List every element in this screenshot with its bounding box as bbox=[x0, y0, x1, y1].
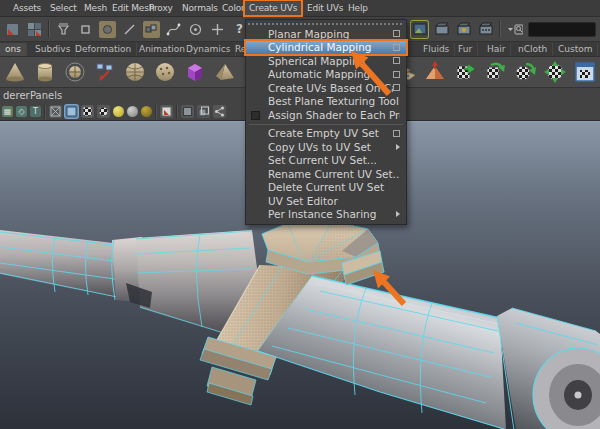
menu-item-delete-current-uv-set[interactable]: Delete Current UV Set bbox=[246, 181, 406, 195]
poly-cone-icon[interactable] bbox=[2, 59, 28, 85]
scene-icon[interactable] bbox=[4, 21, 21, 38]
tab-dynamics[interactable]: Dynamics bbox=[181, 43, 236, 56]
menu-edit-uvs[interactable]: Edit UVs bbox=[303, 1, 347, 15]
menu-item-planar-mapping[interactable]: Planar Mapping bbox=[246, 27, 406, 41]
menu-select[interactable]: Select bbox=[46, 1, 81, 15]
textured-cube-icon[interactable] bbox=[81, 105, 94, 118]
menu-bar: Assets Select Mesh Edit Mesh Proxy Norma… bbox=[0, 0, 600, 17]
separator bbox=[155, 105, 157, 119]
separator bbox=[499, 20, 501, 38]
separator bbox=[48, 20, 50, 38]
planar-mapping-icon[interactable] bbox=[452, 59, 478, 85]
panel-menu-renderer[interactable]: derer bbox=[3, 89, 30, 102]
menu-color[interactable]: Color bbox=[218, 1, 249, 15]
menu-item-automatic-mapping[interactable]: Automatic Mapping bbox=[246, 68, 406, 82]
render-group bbox=[411, 20, 596, 38]
automatic-mapping-icon[interactable] bbox=[542, 59, 568, 85]
maya-window: Assets Select Mesh Edit Mesh Proxy Norma… bbox=[0, 0, 600, 429]
option-box-icon[interactable] bbox=[393, 84, 400, 91]
curve-points-icon[interactable] bbox=[165, 21, 182, 38]
option-box-icon[interactable] bbox=[393, 71, 400, 78]
tab-fur[interactable]: Fur bbox=[453, 43, 478, 56]
menu-item-create-empty-uv-set[interactable]: Create Empty UV Set bbox=[246, 127, 406, 141]
tab-hair[interactable]: Hair bbox=[482, 43, 511, 56]
light-olive-icon[interactable] bbox=[141, 106, 152, 117]
menu-help[interactable]: Help bbox=[344, 1, 372, 15]
light-gray-icon[interactable] bbox=[127, 106, 138, 117]
option-box-icon[interactable] bbox=[393, 30, 400, 37]
render-settings-icon[interactable] bbox=[477, 21, 494, 38]
poly-cylinder-icon[interactable] bbox=[32, 59, 58, 85]
snap-circle-icon[interactable] bbox=[99, 21, 116, 38]
cube-a-icon[interactable] bbox=[181, 105, 194, 118]
search-input[interactable] bbox=[528, 22, 596, 37]
cube-b-icon[interactable] bbox=[197, 105, 210, 118]
menu-proxy[interactable]: Proxy bbox=[145, 1, 177, 15]
paint-mask-icon[interactable]: T bbox=[30, 106, 41, 117]
menu-item-rename-current-uv-set[interactable]: Rename Current UV Set... bbox=[246, 167, 406, 181]
move-cross-icon[interactable] bbox=[209, 21, 226, 38]
uv-editor-icon[interactable] bbox=[572, 59, 598, 85]
poly-cube-purple-icon[interactable] bbox=[182, 59, 208, 85]
menu-item-spherical-mapping[interactable]: Spherical Mapping bbox=[246, 54, 406, 68]
cylindrical-mapping-icon[interactable] bbox=[482, 59, 508, 85]
snap-funnel-icon[interactable] bbox=[55, 21, 72, 38]
submenu-arrow-icon bbox=[396, 211, 400, 217]
tab-custom[interactable]: Custom bbox=[553, 43, 598, 56]
menu-mesh[interactable]: Mesh bbox=[80, 1, 111, 15]
wireframe-cube-icon[interactable] bbox=[49, 105, 62, 118]
tab-ncloth[interactable]: nCloth bbox=[513, 43, 553, 56]
slash-icon[interactable] bbox=[121, 21, 138, 38]
tab-polygons[interactable]: ons bbox=[0, 43, 27, 56]
render-frame-icon[interactable] bbox=[433, 21, 450, 38]
snap-squares-icon[interactable] bbox=[143, 21, 160, 38]
create-uvs-dropdown: Planar Mapping Cylindrical Mapping Spher… bbox=[245, 19, 407, 225]
platonic-solid-icon[interactable] bbox=[422, 59, 448, 85]
menu-item-set-current-uv-set[interactable]: Set Current UV Set... bbox=[246, 154, 406, 168]
layouts-icon[interactable] bbox=[26, 21, 43, 38]
menu-assets[interactable]: Assets bbox=[9, 1, 45, 15]
menu-separator bbox=[249, 124, 403, 125]
circle-dot-icon[interactable] bbox=[187, 21, 204, 38]
lasso-mask-icon[interactable]: ◇ bbox=[16, 106, 27, 117]
shaded-cube-icon[interactable] bbox=[65, 105, 78, 118]
poly-verts-icon[interactable] bbox=[92, 59, 118, 85]
snap-grid-icon[interactable] bbox=[77, 21, 94, 38]
separator bbox=[44, 105, 46, 119]
poly-sphere-textured-icon[interactable] bbox=[152, 59, 178, 85]
menu-item-create-uvs-based-on-camera[interactable]: Create UVs Based On Camera bbox=[246, 81, 406, 95]
menu-item-assign-shader-to-each-projection[interactable]: Assign Shader to Each Projection bbox=[246, 108, 406, 122]
menu-item-copy-uvs-to-uv-set[interactable]: Copy UVs to UV Set bbox=[246, 140, 406, 154]
poly-sphere-icon[interactable] bbox=[122, 59, 148, 85]
tab-fluids[interactable]: Fluids bbox=[418, 43, 455, 56]
ipr-render-icon[interactable] bbox=[455, 21, 472, 38]
menu-item-cylindrical-mapping[interactable]: Cylindrical Mapping bbox=[246, 41, 406, 55]
checkbox-icon[interactable] bbox=[251, 111, 260, 120]
option-box-icon[interactable] bbox=[393, 57, 400, 64]
light-yellow-icon[interactable] bbox=[113, 106, 124, 117]
tab-deformation[interactable]: Deformation bbox=[70, 43, 137, 56]
menu-item-per-instance-sharing[interactable]: Per Instance Sharing bbox=[246, 208, 406, 222]
poly-pyramid-icon[interactable] bbox=[212, 59, 238, 85]
share-icon[interactable] bbox=[213, 105, 226, 118]
menu-create-uvs[interactable]: Create UVs bbox=[245, 1, 301, 15]
render-view-icon[interactable] bbox=[411, 21, 428, 38]
submenu-arrow-icon bbox=[396, 144, 400, 150]
option-box-icon[interactable] bbox=[393, 130, 400, 137]
spherical-mapping-icon[interactable] bbox=[512, 59, 538, 85]
option-box-icon[interactable] bbox=[393, 44, 400, 51]
filter-dropdown-icon[interactable] bbox=[506, 21, 523, 38]
separator bbox=[176, 105, 178, 119]
menu-normals[interactable]: Normals bbox=[178, 1, 222, 15]
panel-menu-panels[interactable]: Panels bbox=[30, 89, 62, 102]
isolate-select-icon[interactable] bbox=[160, 105, 173, 118]
poly-sphere-wire-icon[interactable] bbox=[62, 59, 88, 85]
menu-item-best-plane-texturing-tool[interactable]: Best Plane Texturing Tool bbox=[246, 95, 406, 109]
select-mask-icon[interactable]: ▦ bbox=[2, 106, 13, 117]
checker-ball-icon[interactable] bbox=[97, 105, 110, 118]
menu-item-uv-set-editor[interactable]: UV Set Editor bbox=[246, 194, 406, 208]
